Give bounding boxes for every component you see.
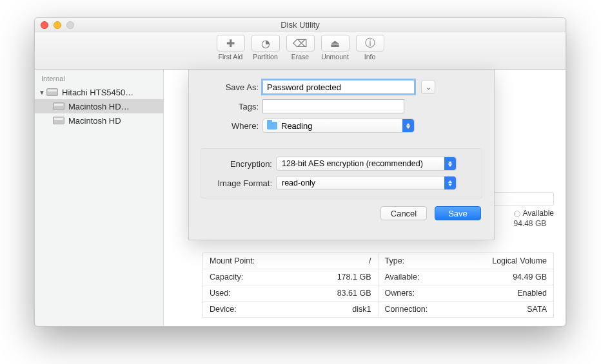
encryption-select[interactable]: 128-bit AES encryption (recommended): [276, 157, 457, 171]
info-row: Type:Logical Volume: [379, 253, 554, 269]
toolbar: ✚ First Aid ◔ Partition ⌫ Erase ⏏ Unmoun…: [35, 32, 566, 70]
titlebar[interactable]: Disk Utility: [35, 18, 566, 32]
tags-label: Tags:: [203, 102, 262, 111]
sidebar-item-drive[interactable]: ▼ Hitachi HTS5450…: [35, 85, 163, 99]
image-format-select[interactable]: read-only: [276, 176, 457, 190]
where-label: Where:: [203, 121, 262, 131]
where-value: Reading: [281, 121, 312, 131]
toolbar-partition[interactable]: ◔ Partition: [250, 35, 282, 69]
save-as-label: Save As:: [203, 82, 262, 92]
app-window: Disk Utility ✚ First Aid ◔ Partition ⌫ E…: [34, 17, 566, 327]
sidebar-item-label: Macintosh HD: [68, 116, 121, 126]
image-format-value: read-only: [282, 178, 315, 187]
disclosure-triangle-icon[interactable]: ▼: [39, 89, 46, 96]
encryption-value: 128-bit AES encryption (recommended): [282, 159, 423, 168]
info-row: Mount Point:/: [203, 253, 379, 269]
cancel-button[interactable]: Cancel: [380, 206, 427, 220]
save-button[interactable]: Save: [435, 206, 481, 220]
where-select[interactable]: Reading: [262, 119, 415, 133]
toolbar-label: Info: [364, 53, 376, 61]
usage-available: Available 94.48 GB: [514, 209, 554, 228]
sidebar-item-volume[interactable]: Macintosh HD…: [35, 99, 163, 113]
info-icon: ⓘ: [356, 35, 384, 52]
info-row: Capacity:178.1 GB: [203, 269, 379, 285]
info-row: Owners:Enabled: [379, 285, 554, 302]
chevron-down-icon: ⌄: [426, 83, 431, 91]
tags-input[interactable]: [262, 99, 404, 113]
sidebar-item-label: Macintosh HD…: [68, 102, 130, 111]
partition-icon: ◔: [251, 35, 280, 52]
window-title: Disk Utility: [35, 20, 566, 30]
disk-icon: [46, 88, 58, 96]
disk-icon: [53, 117, 64, 124]
traffic-lights: [41, 21, 74, 29]
info-table: Mount Point:/ Type:Logical Volume Capaci…: [202, 253, 554, 318]
folder-icon: [267, 122, 277, 129]
window-zoom-button[interactable]: [66, 21, 74, 29]
image-format-label: Image Format:: [210, 178, 276, 188]
toolbar-info[interactable]: ⓘ Info: [354, 35, 386, 69]
sidebar-section-header: Internal: [35, 73, 163, 85]
toolbar-label: Erase: [291, 53, 309, 61]
unmount-icon: ⏏: [321, 35, 350, 52]
sidebar: Internal ▼ Hitachi HTS5450… Macintosh HD…: [35, 70, 164, 326]
encryption-label: Encryption:: [210, 159, 276, 169]
sidebar-item-label: Hitachi HTS5450…: [62, 88, 133, 97]
info-row: Used:83.61 GB: [203, 285, 379, 302]
save-sheet: Save As: ⌄ Tags: Where: Reading: [188, 70, 495, 240]
erase-icon: ⌫: [286, 35, 315, 52]
usage-available-value: 94.48 GB: [514, 219, 554, 228]
toolbar-label: First Aid: [219, 53, 243, 61]
sidebar-item-volume[interactable]: Macintosh HD: [35, 113, 163, 128]
toolbar-label: Partition: [253, 53, 278, 61]
info-row: Device:disk1: [203, 302, 379, 317]
toolbar-erase[interactable]: ⌫ Erase: [284, 35, 317, 69]
window-minimize-button[interactable]: [54, 21, 61, 29]
expand-dialog-button[interactable]: ⌄: [421, 80, 435, 94]
select-arrows-icon: [444, 177, 456, 189]
toolbar-first-aid[interactable]: ✚ First Aid: [215, 35, 247, 69]
select-arrows-icon: [444, 157, 456, 170]
info-row: Connection:SATA: [379, 302, 554, 317]
info-row: Available:94.49 GB: [379, 269, 554, 285]
toolbar-label: Unmount: [321, 53, 349, 61]
select-arrows-icon: [402, 119, 414, 132]
window-close-button[interactable]: [41, 21, 48, 29]
toolbar-unmount[interactable]: ⏏ Unmount: [319, 35, 351, 69]
first-aid-icon: ✚: [217, 35, 245, 52]
save-as-input[interactable]: [262, 80, 415, 94]
disk-icon: [53, 102, 64, 110]
